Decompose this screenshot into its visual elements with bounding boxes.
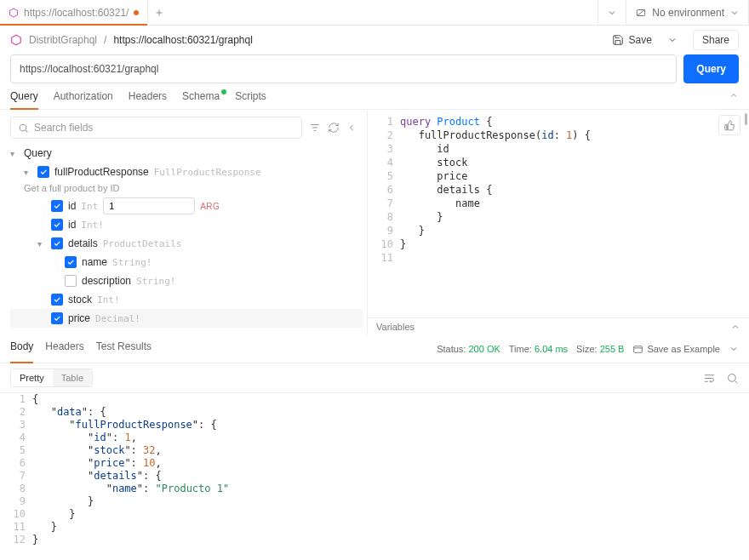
view-mode-segment: Pretty Table [10, 369, 93, 387]
schema-field-stock[interactable]: stock Int! [10, 290, 363, 309]
response-tab-testresults[interactable]: Test Results [96, 340, 152, 357]
checkbox[interactable] [51, 200, 63, 212]
schema-arg-id: id Int ARG [10, 197, 363, 215]
url-input[interactable]: https://localhost:60321/graphql [10, 54, 677, 83]
save-label: Save [629, 34, 652, 46]
schema-root-query[interactable]: ▾ Query [10, 144, 363, 163]
environment-label: No environment [652, 7, 724, 19]
checkbox[interactable] [51, 219, 63, 231]
svg-rect-4 [634, 346, 643, 352]
arg-name: id [68, 200, 76, 212]
collapse-request-button[interactable] [729, 90, 739, 109]
chevron-down-icon: ▾ [24, 168, 32, 177]
field-name: name [82, 256, 107, 268]
scrollbar[interactable] [745, 113, 747, 125]
field-name: details [68, 237, 98, 249]
checkbox[interactable] [51, 312, 63, 324]
search-icon[interactable] [726, 372, 739, 385]
field-name: id [68, 219, 76, 231]
chevron-down-icon: ▾ [37, 239, 46, 249]
arg-type: Int [81, 201, 98, 212]
search-icon [18, 123, 29, 134]
tab-query[interactable]: Query [10, 90, 38, 109]
time-label: Time: [509, 344, 532, 354]
chevron-down-icon [667, 35, 678, 45]
graphql-icon [9, 8, 19, 18]
breadcrumb-collection[interactable]: DistribtGraphql [29, 34, 97, 46]
field-name: fullProductResponse [54, 166, 149, 178]
response-body[interactable]: 123456789101112 { "data": { "fullProduct… [0, 392, 749, 546]
arg-tag: ARG [200, 202, 220, 211]
share-label: Share [702, 34, 729, 46]
chevron-up-icon [730, 322, 740, 332]
response-tab-body[interactable]: Body [10, 340, 33, 357]
schema-field-description[interactable]: description String! [10, 271, 363, 290]
checkbox[interactable] [37, 166, 49, 178]
field-type: Int! [97, 294, 120, 306]
wrap-icon[interactable] [703, 372, 716, 385]
filter-icon [309, 122, 321, 134]
view-pretty[interactable]: Pretty [11, 369, 53, 386]
tab-scripts[interactable]: Scripts [235, 90, 266, 109]
schema-search-input[interactable]: Search fields [10, 117, 302, 139]
tab-schema[interactable]: Schema [182, 90, 220, 109]
new-tab-button[interactable] [148, 0, 170, 25]
query-editor[interactable]: 1234567891011 query Product { fullProduc… [368, 110, 749, 265]
chevron-down-icon: ▾ [10, 149, 19, 158]
beautify-button[interactable] [718, 115, 740, 135]
checkbox[interactable] [51, 237, 63, 249]
arg-value-input[interactable] [103, 197, 195, 214]
tab-headers[interactable]: Headers [129, 90, 167, 109]
tab-overflow-button[interactable] [598, 0, 626, 25]
collapse-explorer-button[interactable] [346, 123, 357, 133]
filter-button[interactable] [309, 122, 321, 134]
schema-field-fullproductresponse[interactable]: ▾ fullProductResponse FullProductRespons… [10, 163, 363, 181]
graphql-icon [10, 34, 22, 46]
save-options-button[interactable] [664, 31, 681, 49]
breadcrumb-item[interactable]: https://localhost:60321/graphql [113, 34, 252, 46]
query-editor-panel: 1234567891011 query Product { fullProduc… [368, 110, 749, 335]
refresh-schema-button[interactable] [328, 122, 340, 134]
refresh-icon [328, 122, 340, 134]
schema-loaded-dot-icon [221, 89, 226, 94]
request-tab[interactable]: https://localhost:60321/ [0, 0, 148, 25]
response-status: Status: 200 OK Time: 6.04 ms Size: 255 B… [437, 344, 739, 355]
field-type: String! [112, 257, 152, 268]
response-code[interactable]: { "data": { "fullProductResponse": { "id… [32, 393, 749, 546]
response-tab-headers[interactable]: Headers [45, 340, 83, 357]
checkbox[interactable] [65, 256, 77, 268]
time-value: 6.04 ms [535, 344, 568, 354]
save-button[interactable]: Save [607, 31, 657, 49]
variables-section[interactable]: Variables [368, 317, 749, 335]
response-header: Body Headers Test Results Status: 200 OK… [0, 335, 749, 363]
svg-point-3 [20, 124, 26, 131]
save-icon [612, 34, 624, 46]
chevron-down-icon[interactable] [729, 344, 739, 354]
save-as-example-button[interactable]: Save as Example [632, 344, 720, 355]
query-split: Search fields ▾ Query ▾ fullProductRespo… [0, 110, 749, 335]
view-table[interactable]: Table [53, 369, 92, 386]
url-value: https://localhost:60321/graphql [20, 63, 158, 75]
editor-code[interactable]: query Product { fullProductResponse(id: … [400, 115, 749, 265]
tab-authorization[interactable]: Authorization [54, 90, 113, 109]
schema-field-price[interactable]: price Decimal! [10, 309, 363, 328]
checkbox[interactable] [51, 294, 63, 306]
send-query-button[interactable]: Query [683, 54, 739, 83]
checkbox[interactable] [65, 275, 77, 287]
environment-selector[interactable]: No environment [626, 0, 748, 25]
plus-icon [154, 8, 164, 18]
search-placeholder: Search fields [34, 122, 93, 134]
size-value: 255 B [600, 344, 625, 354]
tab-url: https://localhost:60321/ [24, 7, 129, 19]
editor-gutter: 1234567891011 [368, 115, 400, 265]
share-button[interactable]: Share [693, 30, 739, 50]
chevron-left-icon [346, 123, 357, 133]
breadcrumb-sep: / [104, 34, 106, 46]
schema-field-id[interactable]: id Int! [10, 215, 363, 234]
chevron-down-icon [607, 8, 617, 18]
field-type: Int! [81, 220, 104, 231]
schema-field-details[interactable]: ▾ details ProductDetails [10, 234, 363, 253]
request-subtabs: Query Authorization Headers Schema Scrip… [0, 83, 749, 110]
schema-field-name[interactable]: name String! [10, 253, 363, 271]
response-gutter: 123456789101112 [0, 393, 32, 546]
